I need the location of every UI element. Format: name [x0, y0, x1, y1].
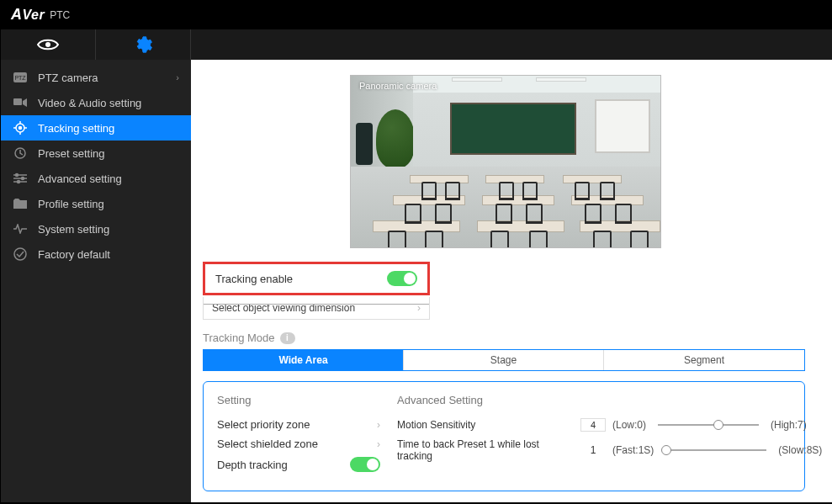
svg-point-7: [16, 174, 19, 177]
mode-tab-stage[interactable]: Stage: [404, 350, 604, 370]
time-back-preset-row: Time to back Preset 1 while lost trackin…: [397, 435, 822, 465]
tracking-enable-row: Tracking enable: [203, 262, 430, 295]
pulse-icon: [13, 221, 28, 236]
sidebar-item-ptz-camera[interactable]: PTZ PTZ camera ›: [1, 65, 191, 90]
time-back-label: Time to back Preset 1 while lost trackin…: [397, 438, 574, 462]
ptz-icon: PTZ: [13, 70, 28, 85]
sidebar-item-profile[interactable]: Profile setting: [1, 191, 191, 216]
gear-icon: [134, 35, 152, 54]
sidebar-item-tracking[interactable]: Tracking setting: [1, 115, 191, 141]
check-circle-icon: [13, 247, 28, 262]
folder-icon: [13, 196, 28, 211]
select-priority-zone[interactable]: Select priority zone ›: [217, 415, 380, 434]
sidebar-item-video-audio[interactable]: Video & Audio setting: [1, 90, 191, 115]
sliders-icon: [13, 171, 28, 186]
sidebar-item-preset[interactable]: Preset setting: [1, 141, 191, 166]
sidebar-item-label: Profile setting: [38, 198, 104, 210]
preset-icon: [13, 146, 28, 161]
time-back-slider[interactable]: [665, 449, 766, 451]
setting-title: Setting: [217, 394, 380, 406]
info-icon[interactable]: i: [280, 332, 295, 344]
svg-point-10: [14, 248, 26, 260]
tab-settings[interactable]: [96, 29, 191, 60]
motion-sensitivity-value: 4: [580, 418, 606, 432]
mode-tab-segment[interactable]: Segment: [604, 350, 804, 370]
svg-point-9: [18, 181, 20, 183]
tracking-enable-toggle[interactable]: [387, 271, 417, 286]
app-header: AVer PTC: [1, 0, 832, 29]
sidebar: PTZ PTZ camera › Video & Audio setting T…: [1, 60, 191, 504]
svg-text:PTZ: PTZ: [14, 75, 26, 81]
motion-high-label: (High:7): [771, 419, 807, 431]
media-icon: [13, 95, 28, 110]
brand-suffix: PTC: [50, 9, 70, 21]
target-icon: [13, 120, 28, 135]
eye-icon: [37, 37, 59, 52]
svg-point-8: [22, 178, 24, 180]
time-fast-label: (Fast:1S): [612, 444, 654, 456]
motion-sensitivity-row: Motion Sensitivity 4 (Low:0) (High:7): [397, 415, 822, 435]
tracking-enable-label: Tracking enable: [215, 273, 387, 285]
tracking-mode-tabs: Wide Area Stage Segment: [203, 349, 805, 371]
tracking-mode-header: Tracking Mode i: [203, 332, 808, 344]
sidebar-item-label: Factory default: [38, 248, 110, 261]
svg-point-0: [45, 42, 50, 47]
motion-low-label: (Low:0): [612, 419, 646, 431]
chevron-right-icon: ›: [176, 72, 179, 82]
motion-sensitivity-label: Motion Sensitivity: [397, 419, 574, 431]
chevron-right-icon: ›: [377, 419, 380, 431]
sidebar-item-label: Preset setting: [38, 147, 105, 160]
sidebar-item-system[interactable]: System setting: [1, 216, 191, 241]
sidebar-item-label: System setting: [38, 223, 109, 236]
select-shielded-zone[interactable]: Select shielded zone ›: [217, 434, 380, 454]
settings-panel: Setting Select priority zone › Select sh…: [203, 381, 805, 491]
svg-point-5: [19, 127, 22, 130]
sidebar-item-label: Video & Audio setting: [38, 97, 141, 109]
advanced-title: Advanced Setting: [397, 394, 822, 406]
panoramic-preview: Panoramic camera: [350, 75, 661, 248]
svg-rect-3: [13, 98, 22, 105]
sidebar-item-label: Tracking setting: [38, 122, 114, 135]
sidebar-item-label: Advanced setting: [38, 172, 122, 185]
brand-logo: AVer: [11, 6, 45, 24]
depth-tracking-row: Depth tracking: [217, 454, 380, 475]
time-slow-label: (Slow:8S): [778, 444, 822, 456]
main-content: Panoramic camera Tracking enable Select …: [191, 60, 832, 504]
motion-sensitivity-slider[interactable]: [658, 424, 759, 426]
sidebar-item-factory[interactable]: Factory default: [1, 241, 191, 267]
sidebar-item-label: PTZ camera: [38, 72, 98, 84]
mode-tab-wide-area[interactable]: Wide Area: [204, 350, 404, 370]
view-tabs: [1, 29, 832, 60]
select-dimension-row[interactable]: Select object viewing dimension ›: [203, 297, 430, 320]
sidebar-item-advanced[interactable]: Advanced setting: [1, 166, 191, 191]
depth-tracking-toggle[interactable]: [350, 457, 380, 472]
tab-live-view[interactable]: [1, 29, 96, 60]
time-back-value: 1: [580, 444, 606, 456]
preview-label: Panoramic camera: [359, 81, 437, 91]
chevron-right-icon: ›: [377, 438, 380, 450]
